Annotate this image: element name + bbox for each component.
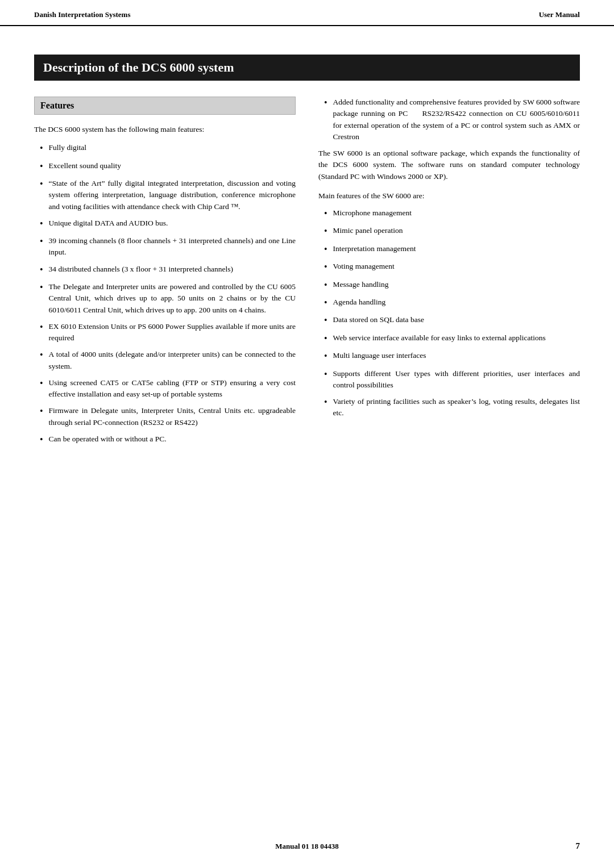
manual-label: User Manual [539,10,580,19]
list-item: Microphone management [318,207,580,220]
company-name: Danish Interpretation Systems [34,10,131,19]
list-item: Fully digital [34,142,296,155]
list-item: Firmware in Delegate units, Interpreter … [34,405,296,428]
right-top-bullet-list: Added functionality and comprehensive fe… [318,97,580,143]
list-item-text: Unique digital DATA and AUDIO bus. [49,218,296,229]
list-item: EX 6010 Extension Units or PS 6000 Power… [34,321,296,344]
list-item: Voting management [318,261,580,273]
list-item-text: Agenda handling [333,297,580,308]
list-item-text: Multi language user interfaces [333,350,580,361]
list-item-text: Variety of printing facilities such as s… [333,396,580,419]
list-item: Mimic panel operation [318,225,580,237]
list-item-text: Firmware in Delegate units, Interpreter … [49,405,296,428]
manual-number: Manual 01 18 04438 [275,842,339,851]
left-column: Features The DCS 6000 system has the fol… [34,97,296,451]
list-item-text: Mimic panel operation [333,225,580,236]
list-item: Multi language user interfaces [318,350,580,362]
list-item: Excellent sound quality [34,160,296,173]
page: Danish Interpretation Systems User Manua… [0,0,614,868]
list-item-text: Message handling [333,279,580,290]
main-features-label: Main features of the SW 6000 are: [318,190,580,202]
list-item: Using screened CAT5 or CAT5e cabling (FT… [34,377,296,400]
list-item: Variety of printing facilities such as s… [318,396,580,419]
list-item: 34 distributed channels (3 x floor + 31 … [34,264,296,276]
page-header: Danish Interpretation Systems User Manua… [0,0,614,26]
list-item-text: Supports different User types with diffe… [333,368,580,391]
list-item: The Delegate and Interpreter units are p… [34,281,296,316]
list-item-text: 34 distributed channels (3 x floor + 31 … [49,264,296,275]
list-item-text: Web service interface available for easy… [333,332,580,344]
list-item-text: EX 6010 Extension Units or PS 6000 Power… [49,321,296,344]
list-item-text: Excellent sound quality [49,160,296,172]
list-item-text: Fully digital [49,142,296,153]
section-title: Description of the DCS 6000 system [34,55,580,81]
list-item: Unique digital DATA and AUDIO bus. [34,218,296,230]
list-item: 39 incoming channels (8 floor channels +… [34,235,296,258]
list-item: Data stored on SQL data base [318,314,580,327]
list-item-text: 39 incoming channels (8 floor channels +… [49,235,296,258]
list-item: A total of 4000 units (delegate and/or i… [34,349,296,372]
sw-description: The SW 6000 is an optional software pack… [318,148,580,182]
list-item: Can be operated with or without a PC. [34,433,296,446]
right-column: Added functionality and comprehensive fe… [318,97,580,451]
list-item-text: Data stored on SQL data base [333,314,580,326]
list-item-text: “State of the Art” fully digital integra… [49,178,296,212]
list-item: Message handling [318,279,580,291]
list-item: Agenda handling [318,297,580,309]
list-item-text: Added functionality and comprehensive fe… [333,97,580,143]
list-item: Added functionality and comprehensive fe… [318,97,580,143]
list-item: Interpretation management [318,243,580,256]
list-item-text: A total of 4000 units (delegate and/or i… [49,349,296,372]
list-item-text: Voting management [333,261,580,272]
page-footer: Manual 01 18 04438 [0,842,614,851]
list-item: Supports different User types with diffe… [318,368,580,391]
list-item-text: Interpretation management [333,243,580,254]
list-item-text: Using screened CAT5 or CAT5e cabling (FT… [49,377,296,400]
list-item: Web service interface available for easy… [318,332,580,345]
two-column-layout: Features The DCS 6000 system has the fol… [34,97,580,451]
page-number: 7 [576,841,580,851]
intro-text: The DCS 6000 system has the following ma… [34,124,296,135]
left-bullet-list: Fully digital Excellent sound quality “S… [34,142,296,446]
list-item: “State of the Art” fully digital integra… [34,178,296,212]
right-bullet-list: Microphone management Mimic panel operat… [318,207,580,419]
subsection-title: Features [34,97,296,115]
main-content: Description of the DCS 6000 system Featu… [0,26,614,485]
list-item-text: Can be operated with or without a PC. [49,433,296,445]
list-item-text: Microphone management [333,207,580,219]
list-item-text: The Delegate and Interpreter units are p… [49,281,296,316]
